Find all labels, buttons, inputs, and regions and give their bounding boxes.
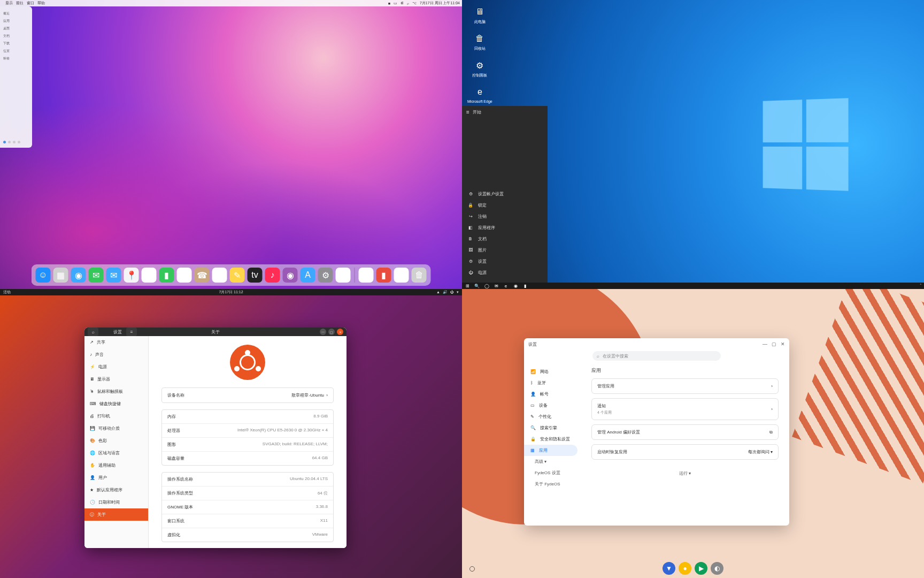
settings-sidebar[interactable]: ↗共享♪声音⚡电源🖥显示器🖱鼠标和触摸板⌨键盘快捷键🖨打印机💾可移动介质🎨色彩🌐… xyxy=(84,336,149,548)
hamburger-icon[interactable]: ≡ xyxy=(466,109,469,115)
activities-button[interactable]: 活动 xyxy=(3,290,11,295)
start-menu[interactable]: ≡ 开始 ⚙设置帐户设置🔒锁定↪注销◧应用程序🗎文档🖼图片⚙设置⏻电源 xyxy=(462,106,548,283)
start-menu-item[interactable]: ◧应用程序 xyxy=(462,222,548,233)
network-icon[interactable]: ▲ xyxy=(436,290,440,294)
shelf-icon[interactable]: ▶ xyxy=(695,562,707,575)
sidebar-item[interactable]: 🌐区域与语言 xyxy=(84,447,148,459)
maximize-button[interactable]: ▢ xyxy=(328,329,335,335)
sidebar-item[interactable]: ▦应用 xyxy=(524,445,578,456)
sidebar-item[interactable]: 🔍搜索引擎 xyxy=(524,422,581,434)
finder-sidebar-item[interactable]: 文档 xyxy=(3,34,29,39)
sidebar-item[interactable]: 🔒安全和隐私设置 xyxy=(524,434,581,445)
dock-facetime-icon[interactable]: ▮ xyxy=(159,268,174,283)
settings-window[interactable]: ⌕ 设置 ≡ 关于 — ▢ ✕ ↗共享♪声音⚡电源🖥显示器🖱鼠标和触摸板⌨键盘快… xyxy=(84,328,346,548)
taskbar-icon[interactable]: ⊞ xyxy=(464,283,471,288)
mac-dock[interactable]: ☺▦◉✉✉📍✿▮17☎☑✎tv♪◉A⚙◉✎▮⌂🗑 xyxy=(32,264,431,286)
maximize-button[interactable]: ▢ xyxy=(772,341,776,347)
wifi-icon[interactable]: ⋐ xyxy=(401,1,404,5)
launcher-icon[interactable] xyxy=(469,566,475,572)
dock-photos-icon[interactable]: ✿ xyxy=(142,268,157,283)
taskbar-icon[interactable]: ✉ xyxy=(493,283,499,288)
run-toggle[interactable]: 运行 ▾ xyxy=(591,467,779,480)
battery-icon[interactable]: ▭ xyxy=(394,1,397,5)
start-menu-item[interactable]: 🖼图片 xyxy=(462,245,548,256)
search-icon[interactable]: ⌕ xyxy=(88,328,98,336)
dock-reminders-icon[interactable]: ☑ xyxy=(212,268,227,283)
dock-music-icon[interactable]: ♪ xyxy=(265,268,280,283)
sidebar-item[interactable]: ♪声音 xyxy=(84,348,148,361)
shelf-icon[interactable]: ◐ xyxy=(711,562,723,575)
search-icon[interactable]: ⌕ xyxy=(407,2,409,5)
desktop-icon[interactable]: 🖥此电脑 xyxy=(467,5,492,25)
start-menu-item[interactable]: ⚙设置 xyxy=(462,256,548,267)
settings-row[interactable]: 管理应用› xyxy=(591,378,779,394)
caret-down-icon[interactable]: ▾ xyxy=(457,290,459,294)
start-menu-item[interactable]: ⏻电源 xyxy=(462,267,548,278)
power-icon[interactable]: ⏻ xyxy=(450,290,454,294)
dock-activity-icon[interactable]: ▮ xyxy=(376,268,391,283)
desktop-icon[interactable]: 🗑回收站 xyxy=(467,32,492,51)
dock-podcasts-icon[interactable]: ◉ xyxy=(283,268,298,283)
settings-sidebar[interactable]: 📶网络ᛒ蓝牙👤帐号▭设备✎个性化🔍搜索引擎🔒安全和隐私设置▦应用高级 ▾Fyde… xyxy=(524,364,581,526)
control-center-icon[interactable]: ⌥ xyxy=(412,1,417,5)
sidebar-item[interactable]: 高级 ▾ xyxy=(524,456,581,467)
shelf-icon[interactable]: ▼ xyxy=(663,562,675,575)
shelf-icon[interactable]: ● xyxy=(679,562,691,575)
dock-tv-icon[interactable]: tv xyxy=(248,268,263,283)
sidebar-item[interactable]: 👤用户 xyxy=(84,471,148,484)
sidebar-item[interactable]: ↗共享 xyxy=(84,336,148,348)
dock-appstore-icon[interactable]: A xyxy=(301,268,315,283)
menu-item[interactable]: 显示 xyxy=(5,1,13,5)
hamburger-icon[interactable]: ≡ xyxy=(126,328,137,336)
sidebar-item[interactable]: ▭设备 xyxy=(524,400,581,411)
dock-contacts-icon[interactable]: ☎ xyxy=(195,268,210,283)
topbar-clock[interactable]: 7月17日 11:12 xyxy=(219,290,243,295)
dock-notes-icon[interactable]: ✎ xyxy=(230,268,245,283)
dock-terminal-icon[interactable]: ⌂ xyxy=(394,268,409,283)
dock-preferences-icon[interactable]: ⚙ xyxy=(318,268,333,283)
menu-item[interactable]: 窗口 xyxy=(27,1,34,5)
sidebar-item[interactable]: 🕒日期和时间 xyxy=(84,496,148,508)
sidebar-item[interactable]: ⚡电源 xyxy=(84,361,148,373)
taskbar-icon[interactable]: ◉ xyxy=(512,283,519,288)
dock-messages-icon[interactable]: ✉ xyxy=(89,268,104,283)
mac-menubar[interactable]: 显示前往窗口帮助 ■ ▭ ⋐ ⌕ ⌥ 7月17日 周日 上午11:04 xyxy=(0,0,462,6)
sidebar-item[interactable]: ⌨键盘快捷键 xyxy=(84,398,148,410)
sidebar-item[interactable]: 关于 FydeOS xyxy=(524,478,581,490)
gnome-topbar[interactable]: 活动 7月17日 11:12 ▲🔊⏻▾ xyxy=(0,289,462,295)
sidebar-item[interactable]: ✋通用辅助 xyxy=(84,459,148,471)
dock-mail-icon[interactable]: ✉ xyxy=(106,268,121,283)
sidebar-item[interactable]: 👤帐号 xyxy=(524,389,581,400)
settings-row[interactable]: 管理 Android 偏好设置⧉ xyxy=(591,424,779,440)
dock-chrome-icon[interactable]: ◉ xyxy=(336,268,351,283)
finder-sidebar-window[interactable]: 最近应用桌面文档下载位置标签 xyxy=(0,6,32,148)
search-input[interactable]: ⌕ 在设置中搜索 xyxy=(592,351,721,361)
sidebar-item[interactable]: 📶网络 xyxy=(524,366,581,377)
taskbar-icon[interactable]: e xyxy=(503,283,509,288)
sidebar-item[interactable]: 🖱鼠标和触摸板 xyxy=(84,385,148,398)
dock-calendar-icon[interactable]: 17 xyxy=(177,268,192,283)
minimize-button[interactable]: — xyxy=(763,341,767,347)
device-name-row[interactable]: 设备名称 敖章程章-Ubuntu › xyxy=(161,387,334,403)
start-menu-item[interactable]: 🗎文档 xyxy=(462,233,548,245)
dock-maps-icon[interactable]: 📍 xyxy=(124,268,139,283)
minimize-button[interactable]: — xyxy=(320,329,326,335)
dock-launchpad-icon[interactable]: ▦ xyxy=(53,268,68,283)
start-menu-item[interactable]: ⚙设置帐户设置 xyxy=(462,188,548,200)
start-menu-item[interactable]: ↪注销 xyxy=(462,211,548,222)
taskbar-icon[interactable]: 🔍 xyxy=(474,283,480,288)
close-button[interactable]: ✕ xyxy=(337,329,343,335)
finder-sidebar-item[interactable]: 位置 xyxy=(3,49,29,54)
sidebar-item[interactable]: ★默认应用程序 xyxy=(84,484,148,496)
start-menu-item[interactable]: 🔒锁定 xyxy=(462,200,548,211)
sidebar-item[interactable]: FydeOS 设置 xyxy=(524,467,581,478)
volume-icon[interactable]: 🔊 xyxy=(443,290,448,294)
windows-taskbar[interactable]: ⊞🔍◯✉e◉▮˄ xyxy=(462,283,924,289)
menubar-date[interactable]: 7月17日 周日 上午11:04 xyxy=(420,1,460,6)
sidebar-item[interactable]: 🎨色彩 xyxy=(84,435,148,447)
settings-window[interactable]: 设置 — ▢ ✕ ⌕ 在设置中搜索 📶网络ᛒ蓝牙👤帐号▭设备✎个性化🔍搜索引擎🔒… xyxy=(524,338,789,526)
sidebar-item[interactable]: 💾可移动介质 xyxy=(84,422,148,435)
sidebar-item[interactable]: 🖥显示器 xyxy=(84,373,148,385)
menu-item[interactable]: 帮助 xyxy=(37,1,45,5)
shelf[interactable]: ▼●▶◐ xyxy=(663,562,723,575)
